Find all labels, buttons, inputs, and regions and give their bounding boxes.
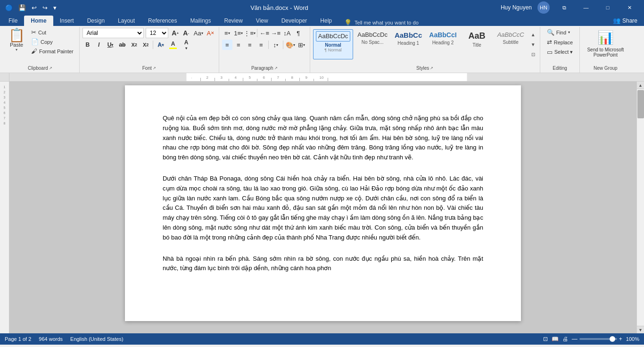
borders-button[interactable]: ⊞▾	[297, 40, 307, 50]
styles-expand-icon[interactable]: ↗	[430, 66, 433, 70]
document-paragraph-2[interactable]: Dưới chân Tháp Bà Ponaga, dòng sông Cái …	[163, 174, 483, 243]
show-formatting-button[interactable]: ¶	[293, 28, 304, 38]
margin-marker-3: 3	[1, 96, 8, 99]
styles-scroll-up[interactable]: ▲	[529, 30, 537, 39]
tell-me-bar[interactable]: 💡 Tell me what you want to do	[342, 19, 421, 26]
zoom-percent[interactable]: 100%	[626, 336, 639, 342]
find-button[interactable]: 🔍 Find ▾	[543, 28, 577, 37]
paragraph-expand-icon[interactable]: ↗	[274, 66, 278, 70]
increase-indent-button[interactable]: →≡	[271, 28, 281, 38]
view-normal-icon[interactable]: ⊡	[543, 336, 548, 342]
shading-button[interactable]: 🎨▾	[285, 40, 296, 50]
customize-qat-button[interactable]: ▾	[52, 4, 58, 11]
tab-review[interactable]: Review	[217, 16, 249, 26]
view-reading-icon[interactable]: 📖	[552, 336, 559, 342]
font-size-select[interactable]: 12	[146, 28, 168, 38]
change-case-button[interactable]: Aa▾	[193, 28, 204, 38]
align-right-button[interactable]: ≡	[245, 40, 255, 50]
view-print-icon[interactable]: 🖨	[562, 336, 568, 342]
superscript-button[interactable]: X2	[140, 40, 151, 50]
document-paragraph-3[interactable]: Nhà bà ngoại nhìn ra bến phà. Sáng sớm n…	[163, 254, 483, 274]
scroll-track[interactable]	[637, 89, 644, 326]
document-scroll-area[interactable]: Quê nội của em đẹp bởi có con sông chảy …	[9, 82, 636, 333]
decrease-font-button[interactable]: A-	[181, 28, 191, 38]
format-painter-button[interactable]: 🖌 Format Painter	[29, 47, 75, 56]
zoom-in-button[interactable]: +	[619, 336, 622, 342]
underline-button[interactable]: U▾	[105, 40, 116, 50]
line-spacing-button[interactable]: ↕▾	[271, 40, 281, 50]
replace-button[interactable]: ⇄ Replace	[543, 38, 577, 47]
align-center-button[interactable]: ≡	[233, 40, 244, 50]
tab-references[interactable]: References	[141, 16, 183, 26]
cut-button[interactable]: ✂ Cut	[29, 28, 75, 37]
minimize-button[interactable]: —	[575, 0, 597, 15]
clipboard-group: 📋 Paste ▾ ✂ Cut 📄 Copy 🖌 Format Painter	[2, 27, 80, 73]
close-button[interactable]: ✕	[619, 0, 640, 15]
style-title[interactable]: AaB Title	[461, 29, 493, 59]
margin-marker-2: 2	[1, 91, 8, 94]
style-heading2[interactable]: AaBbCcI Heading 2	[426, 29, 459, 59]
zoom-thumb[interactable]	[610, 336, 615, 342]
tab-developer[interactable]: Developer	[275, 16, 314, 26]
find-dropdown-icon[interactable]: ▾	[568, 30, 570, 34]
zoom-slider[interactable]	[579, 338, 617, 340]
strikethrough-button[interactable]: ab	[116, 40, 128, 50]
subscript-button[interactable]: X2	[129, 40, 139, 50]
restore-button[interactable]: ⧉	[553, 0, 575, 15]
clear-formatting-button[interactable]: A✕	[206, 28, 216, 38]
style-no-spacing[interactable]: AaBbCcDc No Spac...	[355, 29, 390, 59]
cut-icon: ✂	[31, 29, 36, 36]
decrease-indent-button[interactable]: ←≡	[259, 28, 270, 38]
styles-scroll-down[interactable]: ▼	[529, 40, 537, 49]
justify-button[interactable]: ≡	[256, 40, 266, 50]
maximize-button[interactable]: □	[597, 0, 619, 15]
find-icon: 🔍	[547, 29, 554, 36]
document-paragraph-1[interactable]: Quê nội của em đẹp bởi có con sông chảy …	[163, 114, 483, 163]
status-bar: Page 1 of 2 964 words English (United St…	[0, 333, 644, 345]
tab-home[interactable]: Home	[24, 16, 53, 26]
redo-qat-button[interactable]: ↪	[41, 4, 49, 11]
tab-help[interactable]: Help	[314, 16, 339, 26]
paste-dropdown-icon[interactable]: ▾	[16, 48, 17, 52]
multilevel-list-button[interactable]: ⋮≡▾	[245, 28, 255, 38]
font-color-button[interactable]: A ▾	[180, 40, 192, 50]
font-family-select[interactable]: Arial	[83, 28, 144, 38]
scroll-up-button[interactable]: ▲	[637, 82, 644, 89]
share-button[interactable]: 👥 Share	[606, 15, 644, 26]
scroll-down-button[interactable]: ▼	[637, 326, 644, 333]
text-effect-button[interactable]: A▾	[155, 40, 166, 50]
tab-file[interactable]: File	[2, 16, 24, 26]
select-button[interactable]: ▭ Select ▾	[543, 48, 577, 57]
bullets-button[interactable]: ≡▾	[222, 28, 232, 38]
tell-me-text[interactable]: Tell me what you want to do	[355, 20, 419, 25]
clipboard-expand-icon[interactable]: ↗	[49, 66, 52, 70]
style-heading1-name: Heading 1	[397, 41, 419, 46]
zoom-out-button[interactable]: —	[572, 336, 578, 342]
tab-view[interactable]: View	[249, 16, 275, 26]
copy-button[interactable]: 📄 Copy	[29, 37, 75, 46]
italic-button[interactable]: I	[94, 40, 104, 50]
tab-design[interactable]: Design	[81, 16, 111, 26]
paste-button[interactable]: 📋 Paste ▾	[5, 28, 28, 53]
highlight-button[interactable]: A	[167, 40, 179, 50]
vertical-scrollbar[interactable]: ▲ ▼	[636, 82, 644, 333]
style-subtitle[interactable]: AaBbCcC Subtitle	[495, 29, 527, 59]
scroll-thumb[interactable]	[637, 90, 644, 118]
bold-button[interactable]: B	[83, 40, 93, 50]
tab-layout[interactable]: Layout	[111, 16, 141, 26]
styles-expand[interactable]: ⊡	[529, 50, 537, 59]
increase-font-button[interactable]: A+	[170, 28, 181, 38]
sort-button[interactable]: ↕A	[282, 28, 292, 38]
style-heading1[interactable]: AaBbCc Heading 1	[392, 29, 425, 59]
numbering-button[interactable]: 1≡▾	[233, 28, 244, 38]
tab-insert[interactable]: Insert	[53, 16, 81, 26]
zoom-control[interactable]: — +	[572, 336, 622, 342]
font-expand-icon[interactable]: ↗	[153, 66, 156, 70]
tab-mailings[interactable]: Mailings	[183, 16, 217, 26]
user-avatar: HN	[537, 1, 550, 14]
style-normal[interactable]: AaBbCcDc Normal ¶ Normal	[313, 29, 354, 59]
save-qat-button[interactable]: 💾	[17, 4, 27, 11]
send-to-pp-button[interactable]: 📊 Send to Microsoft PowerPoint	[583, 28, 628, 59]
align-left-button[interactable]: ≡	[222, 40, 232, 50]
undo-qat-button[interactable]: ↩	[30, 4, 38, 11]
